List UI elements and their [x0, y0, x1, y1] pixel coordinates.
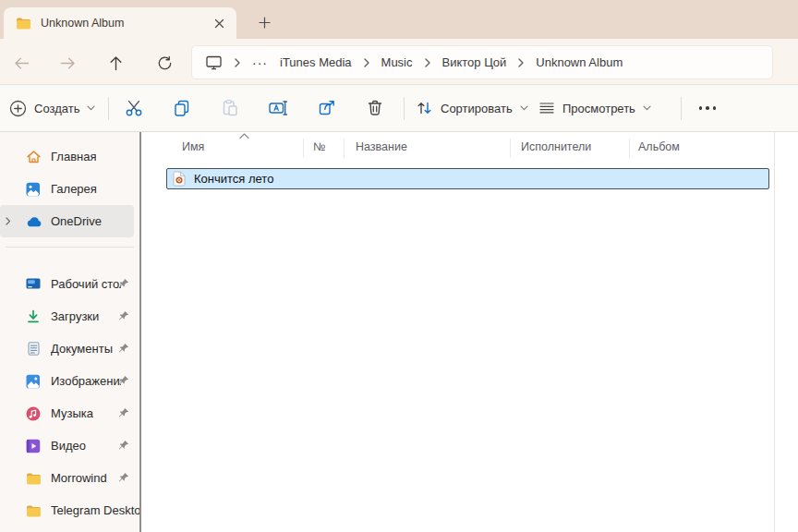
share-button[interactable] — [314, 95, 340, 121]
sidebar-item-pictures[interactable]: Изображения — [0, 365, 139, 397]
view-button[interactable]: Просмотреть — [538, 85, 651, 131]
sidebar-item-label: Telegram Desktop — [51, 503, 139, 517]
close-icon — [214, 18, 224, 29]
column-separator[interactable] — [629, 139, 630, 158]
sidebar-item-label: Загрузки — [51, 309, 99, 323]
rename-icon — [268, 99, 288, 117]
view-icon — [538, 101, 555, 115]
sort-button-label: Сортировать — [441, 102, 513, 115]
new-button[interactable]: Создать — [9, 85, 95, 131]
audio-file-icon — [173, 171, 186, 187]
navigation-pane: Главная Галерея OneDrive — [0, 132, 139, 532]
pin-icon — [118, 375, 129, 386]
column-separator[interactable] — [344, 139, 345, 158]
gallery-icon — [24, 182, 42, 197]
copy-button[interactable] — [169, 95, 195, 121]
sidebar-item-morrowind[interactable]: Morrowind — [0, 462, 139, 494]
file-explorer-window: Unknown Album — [0, 0, 798, 532]
sidebar-item-label: Morrowind — [51, 471, 107, 485]
breadcrumb-item-music[interactable]: Music — [381, 55, 413, 69]
chevron-down-icon — [643, 105, 651, 111]
file-list-pane: Имя № Название Исполнители Альбом Кончит… — [141, 132, 798, 532]
sidebar-item-documents[interactable]: Документы — [0, 332, 139, 365]
chevron-down-icon — [87, 105, 95, 111]
new-tab-button[interactable] — [251, 10, 277, 34]
home-icon — [24, 150, 42, 164]
new-plus-icon — [9, 100, 27, 117]
more-options-button[interactable] — [695, 95, 720, 121]
sidebar-separator — [6, 247, 134, 248]
folder-icon — [24, 504, 42, 517]
onedrive-cloud-icon — [24, 216, 42, 227]
pin-icon — [118, 407, 129, 418]
pin-icon — [118, 343, 129, 354]
column-header-number[interactable]: № — [313, 140, 325, 153]
sidebar-item-label: Изображения — [51, 374, 121, 388]
toolbar-separator — [108, 97, 109, 120]
cut-button[interactable] — [121, 95, 147, 121]
breadcrumb-item-unknown-album[interactable]: Unknown Album — [536, 55, 623, 69]
sidebar-item-videos[interactable]: Видео — [0, 429, 139, 462]
column-end-line — [774, 132, 775, 532]
column-separator[interactable] — [303, 139, 304, 158]
up-button[interactable] — [102, 52, 129, 74]
paste-button[interactable] — [217, 95, 243, 121]
forward-button[interactable] — [54, 52, 81, 74]
chevron-right-icon — [518, 58, 524, 67]
refresh-icon — [157, 55, 173, 71]
desktop-icon — [24, 278, 42, 290]
videos-icon — [24, 439, 42, 453]
close-tab-button[interactable] — [209, 13, 229, 33]
sidebar-item-desktop[interactable]: Рабочий стол — [0, 268, 139, 300]
arrow-right-icon — [60, 56, 76, 70]
delete-button[interactable] — [362, 95, 388, 121]
plus-icon — [259, 17, 271, 29]
sidebar-item-label: Рабочий стол — [51, 277, 121, 291]
column-header-name[interactable]: Имя — [182, 140, 204, 153]
column-header-title[interactable]: Название — [356, 140, 407, 153]
share-icon — [318, 99, 336, 117]
documents-icon — [24, 342, 42, 356]
toolbar-separator — [404, 97, 405, 120]
breadcrumb-overflow-button[interactable]: ··· — [252, 55, 268, 70]
new-button-label: Создать — [34, 102, 79, 115]
folder-icon — [16, 17, 31, 30]
pin-icon — [118, 472, 129, 483]
chevron-right-icon — [364, 58, 369, 67]
pictures-icon — [24, 374, 42, 389]
sidebar-item-onedrive[interactable]: OneDrive — [0, 205, 134, 237]
chevron-right-icon[interactable] — [6, 217, 11, 225]
navigation-bar: ··· iTunes Media Music Виктор Цой Unknow… — [0, 39, 798, 85]
sidebar-item-downloads[interactable]: Загрузки — [0, 300, 139, 332]
chevron-down-icon — [520, 105, 528, 111]
arrow-up-icon — [109, 55, 123, 71]
sort-ascending-icon — [239, 133, 249, 139]
paste-icon — [221, 99, 239, 117]
sidebar-item-label: Видео — [51, 439, 86, 453]
column-separator[interactable] — [510, 139, 511, 158]
arrow-left-icon — [14, 56, 30, 70]
sidebar-item-label: Галерея — [51, 182, 97, 196]
sidebar-item-telegram-desktop[interactable]: Telegram Desktop — [0, 494, 139, 526]
column-header-album[interactable]: Альбом — [638, 140, 680, 153]
sidebar-item-home[interactable]: Главная — [0, 140, 139, 173]
chevron-right-icon — [235, 58, 240, 67]
refresh-button[interactable] — [151, 52, 178, 74]
file-name: Кончится лето — [194, 172, 273, 186]
sidebar-item-label: Музыка — [51, 406, 93, 420]
sidebar-item-gallery[interactable]: Галерея — [0, 173, 139, 205]
music-icon — [24, 406, 42, 421]
rename-button[interactable] — [265, 95, 291, 121]
sidebar-item-label: Главная — [51, 150, 96, 163]
breadcrumb-item-itunes-media[interactable]: iTunes Media — [280, 55, 352, 69]
sort-button[interactable]: Сортировать — [416, 85, 528, 131]
tab-unknown-album[interactable]: Unknown Album — [4, 7, 236, 39]
command-toolbar: Создать — [0, 85, 798, 132]
breadcrumb-item-artist[interactable]: Виктор Цой — [442, 55, 507, 69]
address-bar[interactable]: ··· iTunes Media Music Виктор Цой Unknow… — [191, 45, 773, 79]
file-row-selected[interactable]: Кончится лето — [166, 168, 769, 189]
back-button[interactable] — [7, 52, 35, 74]
sidebar-item-music[interactable]: Музыка — [0, 397, 139, 429]
pin-icon — [118, 278, 129, 289]
column-header-artists[interactable]: Исполнители — [521, 140, 591, 153]
